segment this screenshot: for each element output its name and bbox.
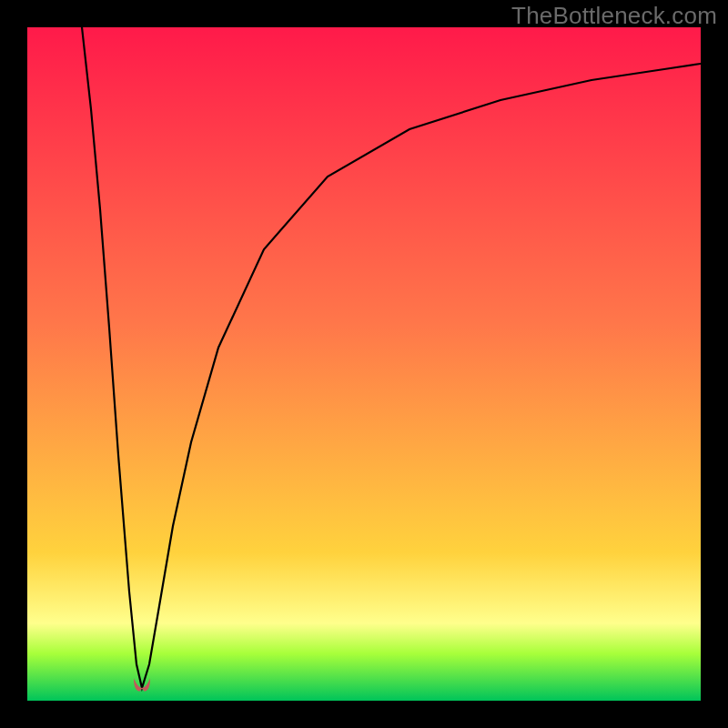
watermark-text: TheBottleneck.com xyxy=(511,2,717,30)
chart-frame: TheBottleneck.com xyxy=(0,0,728,728)
chart-svg xyxy=(27,27,701,701)
gradient-background xyxy=(27,27,701,701)
plot-area xyxy=(27,27,701,701)
